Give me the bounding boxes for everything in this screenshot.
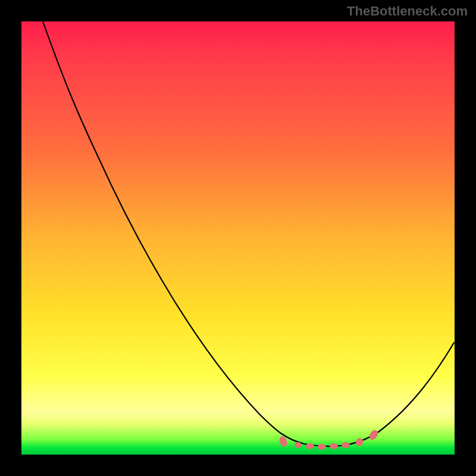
data-marker	[295, 442, 302, 448]
curve-layer	[21, 21, 455, 455]
data-marker	[330, 443, 338, 449]
data-marker	[368, 428, 380, 441]
data-marker	[342, 442, 350, 448]
data-marker	[318, 444, 326, 450]
data-marker	[355, 437, 365, 447]
data-marker	[306, 443, 314, 449]
watermark-text: TheBottleneck.com	[347, 4, 468, 19]
chart-container: TheBottleneck.com	[0, 0, 476, 476]
bottleneck-curve	[43, 21, 454, 446]
plot-area	[21, 21, 455, 455]
